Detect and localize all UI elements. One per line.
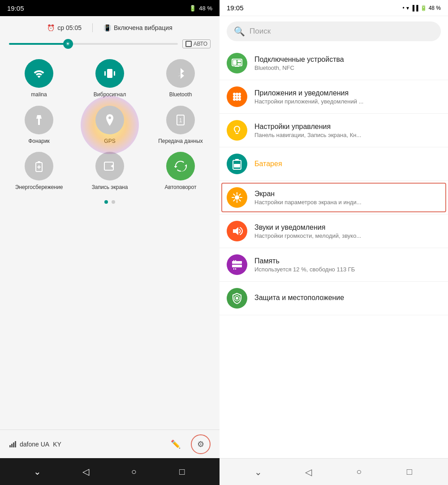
battery-saver-tile-label: Энергосбережение [15, 184, 63, 191]
brightness-fill [9, 43, 68, 45]
auto-brightness-button[interactable]: АВТО [182, 39, 211, 48]
quick-tiles-grid: malina Вибросигнал [7, 59, 212, 191]
auto-label: АВТО [194, 41, 207, 47]
settings-item-connected-devices[interactable]: Подключенные устройства Bluetooth, NFC [220, 47, 448, 80]
quick-settings-bottom-bar: dafone UA KY ✏️ ⚙ [0, 429, 220, 458]
security-title: Защита и местоположение [254, 294, 441, 302]
carrier-code: KY [53, 441, 61, 448]
settings-item-control[interactable]: Настройки управления Панель навигации, З… [220, 114, 448, 147]
auto-icon [185, 41, 192, 47]
tile-battery-saver[interactable]: Энергосбережение [7, 152, 71, 191]
svg-line-39 [239, 200, 241, 201]
svg-rect-32 [234, 164, 240, 167]
tile-vibration[interactable]: Вибросигнал [78, 59, 142, 99]
dot-2 [112, 200, 115, 204]
search-placeholder: Поиск [250, 27, 271, 36]
svg-rect-31 [235, 159, 239, 161]
settings-button[interactable]: ⚙ [191, 434, 211, 454]
edit-button[interactable]: ✏️ [166, 434, 185, 454]
svg-rect-18 [237, 60, 241, 62]
svg-line-41 [233, 200, 235, 201]
settings-item-apps[interactable]: Приложения и уведомления Настройки прило… [220, 80, 448, 114]
brightness-slider[interactable] [9, 43, 178, 45]
connected-devices-title: Подключенные устройства [254, 56, 441, 64]
battery-text: Батарея [254, 160, 441, 168]
settings-item-display[interactable]: Экран Настройки параметров экрана и инди… [220, 181, 448, 215]
svg-point-33 [235, 195, 239, 200]
svg-marker-11 [111, 164, 113, 168]
svg-point-29 [238, 98, 241, 101]
tile-flashlight[interactable]: Фонарик [7, 106, 71, 145]
nav-chevron-down-right[interactable]: ⌄ [250, 464, 266, 480]
svg-rect-13 [11, 444, 13, 447]
battery-saver-tile-icon [25, 152, 53, 180]
nav-back-right[interactable]: ◁ [301, 464, 317, 480]
sound-text: Звуки и уведомления Настройки громкости,… [254, 223, 441, 239]
search-bar[interactable]: 🔍 Поиск [227, 21, 441, 41]
apps-subtitle: Настройки приложений, уведомлений ... [254, 98, 441, 105]
security-icon [227, 288, 247, 309]
bottom-actions: ✏️ ⚙ [166, 434, 211, 454]
battery-settings-icon [227, 154, 247, 174]
gps-tile-label: GPS [104, 138, 115, 145]
vibration-icon: 📳 [103, 24, 111, 31]
tile-bluetooth[interactable]: Bluetooth [149, 59, 212, 99]
status-icons-right: • ▾ ▐▐ 🔋 48 % [402, 5, 441, 11]
nav-bar-right: ⌄ ◁ ○ □ [220, 458, 448, 485]
display-text: Экран Настройки параметров экрана и инди… [254, 190, 441, 206]
bluetooth-tile-icon [166, 59, 195, 88]
svg-rect-47 [233, 268, 234, 270]
tile-gps[interactable]: GPS [78, 106, 142, 145]
divider [92, 23, 93, 32]
nav-bar-left: ⌄ ◁ ○ □ [0, 458, 220, 485]
sound-icon [227, 221, 247, 241]
dot-icon: • [402, 5, 404, 11]
autorotate-tile-icon [166, 152, 195, 180]
svg-rect-12 [9, 445, 11, 447]
svg-rect-0 [107, 69, 112, 78]
tile-wifi[interactable]: malina [7, 59, 71, 99]
settings-item-sound[interactable]: Звуки и уведомления Настройки громкости,… [220, 215, 448, 248]
nav-recents-left[interactable]: □ [174, 464, 190, 480]
data-transfer-tile-icon: 1 [166, 106, 195, 134]
sound-title: Звуки и уведомления [254, 223, 441, 232]
nav-back-left[interactable]: ◁ [78, 464, 94, 480]
svg-marker-42 [233, 227, 238, 235]
autorotate-tile-label: Автоповорот [165, 184, 197, 191]
brightness-row[interactable]: АВТО [7, 39, 212, 48]
nav-home-left[interactable]: ○ [126, 464, 142, 480]
svg-point-21 [233, 93, 236, 95]
tile-screen-record[interactable]: Запись экрана [78, 152, 142, 191]
left-panel: 19:05 🔋 48 % ⏰ ср 05:05 📳 Включена вибра… [0, 0, 220, 485]
page-dots [7, 200, 212, 204]
battery-icon-left: 🔋 [189, 5, 196, 12]
dot-1 [104, 200, 108, 204]
settings-item-battery[interactable]: Батарея [220, 147, 448, 181]
settings-item-memory[interactable]: Память Используется 12 %, свободно 113 Г… [220, 248, 448, 282]
display-subtitle: Настройки параметров экрана и инди... [254, 199, 441, 206]
screen-record-tile-label: Запись экрана [92, 184, 128, 191]
nav-recents-right[interactable]: □ [401, 464, 418, 480]
carrier-info: dafone UA KY [9, 441, 61, 448]
status-bar-right: 19:05 • ▾ ▐▐ 🔋 48 % [220, 0, 448, 16]
svg-point-24 [233, 95, 236, 98]
svg-text:1: 1 [179, 117, 182, 124]
svg-marker-3 [36, 115, 42, 125]
brightness-thumb [63, 39, 73, 49]
nav-chevron-down[interactable]: ⌄ [30, 464, 46, 480]
security-text: Защита и местоположение [254, 294, 441, 303]
vibration-tile-label: Вибросигнал [94, 91, 126, 99]
svg-rect-7 [38, 161, 40, 163]
settings-item-security[interactable]: Защита и местоположение [220, 282, 448, 315]
svg-rect-15 [15, 441, 16, 447]
memory-text: Память Используется 12 %, свободно 113 Г… [254, 257, 441, 273]
svg-rect-19 [237, 63, 241, 65]
tile-autorotate[interactable]: Автоповорот [149, 152, 212, 191]
nav-home-right[interactable]: ○ [351, 464, 367, 480]
tile-data-transfer[interactable]: 1 Передача данных [149, 106, 212, 145]
alarm-row: ⏰ ср 05:05 📳 Включена вибрация [7, 23, 212, 32]
bluetooth-tile-label: Bluetooth [169, 91, 192, 99]
connected-devices-text: Подключенные устройства Bluetooth, NFC [254, 56, 441, 71]
gps-tile-icon [95, 106, 124, 134]
svg-point-27 [233, 98, 236, 101]
